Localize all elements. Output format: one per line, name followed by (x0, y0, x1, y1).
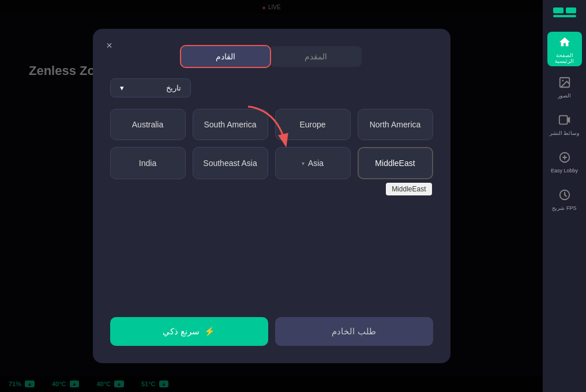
bottom-buttons: طلب الخادم ⚡ سرنع ذکي (110, 294, 433, 346)
region-asia-label: Asia (308, 159, 324, 168)
sidebar: الصفحة الرئيسية الصور وسائط النشر (543, 0, 586, 392)
sidebar-item-video[interactable]: وسائط النشر (547, 107, 582, 141)
home-icon (557, 34, 573, 50)
svg-rect-2 (553, 15, 576, 17)
region-europe[interactable]: Europe (275, 109, 351, 140)
region-europe-label: Europe (299, 120, 325, 129)
middle-east-tooltip: MiddleEast (386, 183, 431, 195)
server-modal: × المقدم القادم تاريخ ▾ Australia South … (93, 29, 450, 363)
region-middle-east[interactable]: MiddleEast MiddleEast (358, 147, 433, 179)
fps-icon (557, 187, 573, 203)
region-south-america[interactable]: South America (193, 109, 268, 140)
sidebar-item-images[interactable]: الصور (547, 69, 582, 104)
date-filter-label: تاريخ (166, 84, 181, 92)
sidebar-item-home[interactable]: الصفحة الرئيسية (547, 32, 582, 66)
svg-rect-5 (559, 116, 567, 125)
tab-upcoming[interactable]: القادم (181, 46, 270, 67)
region-southeast-asia[interactable]: Southeast Asia (193, 147, 268, 179)
modal-backdrop: × المقدم القادم تاريخ ▾ Australia South … (0, 0, 543, 392)
smart-server-label: سرنع ذکي (163, 326, 200, 337)
sidebar-item-easy-lobby-label: Easy Lobby (551, 168, 578, 174)
sidebar-item-home-label: الصفحة الرئيسية (547, 52, 582, 64)
region-india-label: India (139, 159, 156, 168)
region-north-america[interactable]: North America (358, 109, 433, 140)
sidebar-item-images-label: الصور (558, 93, 571, 99)
sidebar-logo (551, 6, 577, 23)
region-middle-east-label: MiddleEast (375, 159, 415, 168)
sidebar-item-fps-label: FPS شريح (552, 205, 576, 211)
region-grid: Australia South America Europe North Ame… (110, 109, 433, 179)
region-southeast-asia-label: Southeast Asia (203, 159, 257, 168)
region-australia[interactable]: Australia (110, 109, 186, 140)
sidebar-item-easy-lobby[interactable]: Easy Lobby (547, 144, 582, 179)
modal-close-button[interactable]: × (102, 37, 118, 54)
sidebar-item-fps[interactable]: FPS شريح (547, 182, 582, 216)
tab-past[interactable]: المقدم (270, 46, 362, 67)
chevron-left-icon: ▾ (302, 160, 305, 167)
region-north-america-label: North America (370, 120, 421, 129)
date-filter[interactable]: تاريخ ▾ (110, 78, 191, 97)
filter-row: تاريخ ▾ (110, 78, 433, 97)
video-icon (557, 112, 573, 128)
svg-rect-1 (566, 7, 576, 13)
lightning-icon: ⚡ (204, 326, 215, 337)
svg-point-4 (562, 80, 564, 81)
modal-tabs: المقدم القادم (110, 46, 433, 67)
sidebar-item-video-label: وسائط النشر (550, 130, 580, 136)
chevron-down-icon: ▾ (120, 84, 124, 92)
svg-rect-0 (553, 7, 564, 13)
region-india[interactable]: India (110, 147, 186, 179)
region-asia[interactable]: ▾ Asia (275, 147, 351, 179)
smart-server-button[interactable]: ⚡ سرنع ذکي (110, 317, 268, 346)
region-australia-label: Australia (132, 120, 163, 129)
image-icon (557, 74, 573, 91)
request-server-button[interactable]: طلب الخادم (275, 317, 433, 346)
region-south-america-label: South America (204, 120, 256, 129)
easy-lobby-icon (557, 149, 573, 165)
